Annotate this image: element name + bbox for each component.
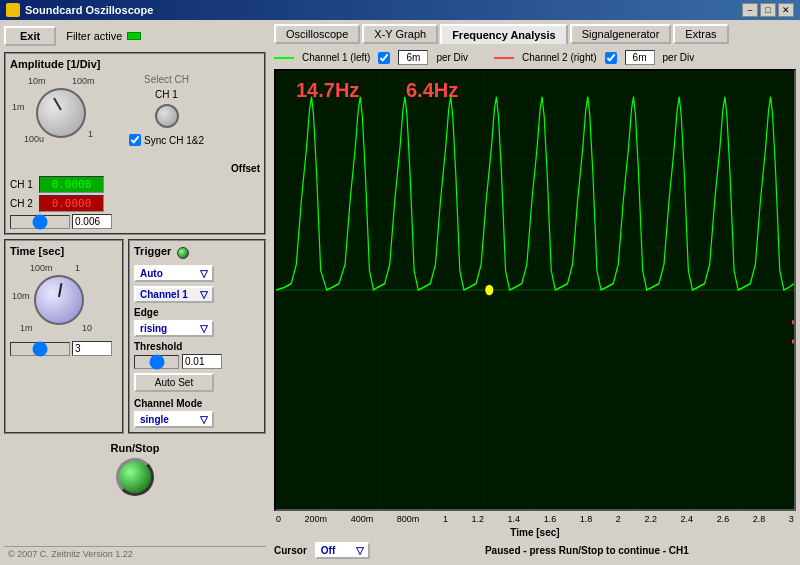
maximize-button[interactable]: □: [760, 3, 776, 17]
ch1-per-div-label: per Div: [436, 52, 468, 63]
close-button[interactable]: ✕: [778, 3, 794, 17]
offset-title: Offset: [231, 163, 260, 174]
trigger-title: Trigger: [134, 245, 171, 257]
ch2-line-indicator: [494, 57, 514, 59]
trigger-edge-button[interactable]: rising ▽: [134, 320, 214, 337]
time-section: Time [sec] 100m 1 10m 1m 10: [4, 239, 124, 434]
app-icon: [6, 3, 20, 17]
time-label-topr: 1: [75, 263, 80, 273]
tab-frequency-analysis[interactable]: Frequency Analysis: [440, 24, 568, 44]
threshold-label: Threshold: [134, 341, 260, 352]
amplitude-slider-row: [10, 214, 260, 229]
ch1-line-indicator: [274, 57, 294, 59]
time-label-topl: 100m: [30, 263, 53, 273]
time-label-botr: 10: [82, 323, 92, 333]
exit-button[interactable]: Exit: [4, 26, 56, 46]
ch2-per-div-input[interactable]: [625, 50, 655, 65]
tab-oscilloscope[interactable]: Oscilloscope: [274, 24, 360, 44]
ch1-checkbox[interactable]: [378, 52, 390, 64]
channel-mode-label: Channel Mode: [134, 398, 260, 409]
ch1-offset-label: CH 1: [10, 179, 35, 190]
window-controls: – □ ✕: [742, 3, 794, 17]
threshold-slider[interactable]: [134, 355, 179, 369]
scope-display: 14.7Hz 6.4Hz: [274, 69, 796, 511]
copyright: © 2007 C. Zeitnitz Version 1.22: [4, 546, 266, 561]
status-text: Paused - press Run/Stop to continue - CH…: [378, 545, 796, 556]
cursor-marker: [485, 285, 493, 295]
right-panel: Oscilloscope X-Y Graph Frequency Analysi…: [270, 20, 800, 565]
time-slider-row: [10, 341, 118, 356]
tab-xy-graph[interactable]: X-Y Graph: [362, 24, 438, 44]
threshold-input[interactable]: [182, 354, 222, 369]
amplitude-knob[interactable]: [36, 88, 86, 138]
ch2-offset-label: CH 2: [10, 198, 35, 209]
amplitude-slider[interactable]: [10, 215, 70, 229]
top-row: Exit Filter active: [4, 24, 266, 48]
trigger-mode-button[interactable]: Auto ▽: [134, 265, 214, 282]
amplitude-input[interactable]: [72, 214, 112, 229]
filter-active-row: Filter active: [66, 30, 141, 42]
time-label-left: 10m: [12, 291, 30, 301]
sync-checkbox[interactable]: [129, 134, 141, 146]
ch2-offset-value[interactable]: 0.0000: [39, 195, 104, 212]
frequency-display-2: 6.4Hz: [406, 79, 458, 102]
tab-signalgenerator[interactable]: Signalgenerator: [570, 24, 672, 44]
scope-svg: [276, 71, 794, 509]
main-container: Exit Filter active Amplitude [1/Div] 10m…: [0, 20, 800, 565]
ch2-per-div-label: per Div: [663, 52, 695, 63]
amp-label-left: 1m: [12, 102, 25, 112]
time-input[interactable]: [72, 341, 112, 356]
amp-label-right: 1: [88, 129, 93, 139]
amp-label-bottom: 100u: [24, 134, 44, 144]
select-ch-area: Select CH CH 1 Sync CH 1&2: [129, 74, 204, 146]
edge-label: Edge: [134, 307, 260, 318]
run-stop-section: Run/Stop: [4, 438, 266, 500]
cursor-mode-dropdown[interactable]: Off ▽: [315, 542, 370, 559]
tab-bar: Oscilloscope X-Y Graph Frequency Analysi…: [274, 24, 796, 44]
bottom-bar: Cursor Off ▽ Paused - press Run/Stop to …: [274, 540, 796, 561]
auto-set-button[interactable]: Auto Set: [134, 373, 214, 392]
offset-section: Offset CH 1 0.0000 CH 2 0.0000: [10, 163, 260, 229]
trig-run-row: Time [sec] 100m 1 10m 1m 10: [4, 239, 266, 434]
filter-label: Filter active: [66, 30, 122, 42]
run-stop-label: Run/Stop: [111, 442, 160, 454]
sync-label: Sync CH 1&2: [144, 135, 204, 146]
threshold-row: [134, 354, 260, 369]
ch2-checkbox[interactable]: [605, 52, 617, 64]
minimize-button[interactable]: –: [742, 3, 758, 17]
trigger-section: Trigger Auto ▽ Channel 1 ▽ Edge: [128, 239, 266, 434]
ch2-channel-label: Channel 2 (right): [522, 52, 596, 63]
ch1-per-div-input[interactable]: [398, 50, 428, 65]
ch1-channel-label: Channel 1 (left): [302, 52, 370, 63]
time-knob[interactable]: [34, 275, 84, 325]
time-label-botl: 1m: [20, 323, 33, 333]
x-axis-labels: 0 200m 400m 800m 1 1.2 1.4 1.6 1.8 2 2.2…: [274, 513, 796, 525]
ch1-offset-row: CH 1 0.0000: [10, 176, 260, 193]
app-title: Soundcard Oszilloscope: [25, 4, 153, 16]
trigger-channel-button[interactable]: Channel 1 ▽: [134, 286, 214, 303]
cursor-label: Cursor: [274, 545, 307, 556]
channel-mode-dropdown[interactable]: single ▽: [134, 411, 214, 428]
trigger-led: [177, 247, 189, 259]
filter-led: [127, 32, 141, 40]
trigger-mode-row: Auto ▽: [134, 265, 260, 282]
tab-extras[interactable]: Extras: [673, 24, 728, 44]
ch2-offset-row: CH 2 0.0000: [10, 195, 260, 212]
amplitude-title: Amplitude [1/Div]: [10, 58, 260, 70]
frequency-display-1: 14.7Hz: [296, 79, 359, 102]
run-stop-button[interactable]: [116, 458, 154, 496]
trigger-channel-row: Channel 1 ▽: [134, 286, 260, 303]
select-ch-label: Select CH: [144, 74, 189, 85]
amp-label-topleft: 10m: [28, 76, 46, 86]
ch1-offset-value[interactable]: 0.0000: [39, 176, 104, 193]
x-axis-label: Time [sec]: [274, 527, 796, 538]
title-bar: Soundcard Oszilloscope – □ ✕: [0, 0, 800, 20]
amp-label-topright: 100m: [72, 76, 95, 86]
ch1-led[interactable]: [155, 104, 179, 128]
left-panel: Exit Filter active Amplitude [1/Div] 10m…: [0, 20, 270, 565]
amplitude-section: Amplitude [1/Div] 10m 100m 1m 100u 1 Sel…: [4, 52, 266, 235]
sync-row: Sync CH 1&2: [129, 134, 204, 146]
time-slider[interactable]: [10, 342, 70, 356]
trigger-header: Trigger: [134, 245, 260, 261]
time-title: Time [sec]: [10, 245, 118, 257]
